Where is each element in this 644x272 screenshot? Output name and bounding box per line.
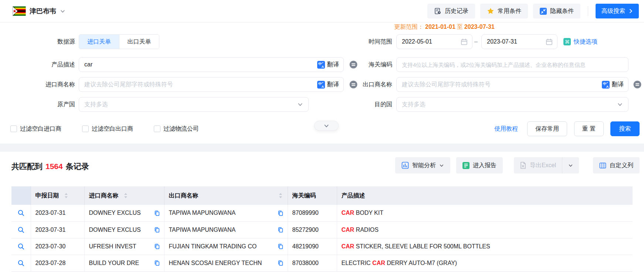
translate-button[interactable]: 中 A 翻译	[602, 81, 624, 89]
export-options-button[interactable]	[562, 157, 579, 173]
keyword-highlight: CAR	[342, 243, 355, 249]
cell-hs-code: 87089990	[288, 205, 337, 221]
tutorial-link[interactable]: 使用教程	[494, 121, 518, 136]
history-button[interactable]: 历史记录	[427, 4, 475, 18]
tab-export-declarations[interactable]: 出口关单	[119, 35, 159, 49]
date-start-input[interactable]: 2022-05-01	[396, 34, 472, 49]
copy-button[interactable]	[153, 259, 161, 267]
copy-button[interactable]	[153, 226, 161, 234]
destination-country-select[interactable]: 支持多选	[396, 97, 628, 112]
summary-suffix: 条记录	[66, 162, 89, 171]
advanced-search-button[interactable]: 高级搜索	[596, 4, 639, 18]
destination-country-placeholder: 支持多选	[402, 101, 426, 109]
table-header-row: 申报日期 进口商名称 出口商名称 海关编码 产品描述	[11, 186, 633, 205]
copy-button[interactable]	[277, 209, 284, 217]
copy-button[interactable]	[153, 243, 161, 250]
translate-icon: 中 A	[602, 81, 610, 89]
quick-options-link[interactable]: ⌘ 快捷选项	[563, 34, 597, 49]
magnifier-icon	[17, 209, 25, 217]
magnifier-icon	[17, 259, 25, 267]
smart-analysis-button[interactable]: 智能分析	[395, 157, 450, 173]
exact-match-toggle-icon[interactable]	[633, 80, 642, 89]
section-divider	[0, 144, 644, 152]
cell-hs-code: 85272900	[288, 221, 337, 238]
calendar-icon	[461, 38, 468, 45]
filter-logistics-label: 过滤物流公司	[163, 125, 199, 133]
enter-report-label: 进入报告	[473, 162, 496, 169]
view-detail-button[interactable]	[17, 243, 25, 250]
chevron-down-icon	[297, 101, 303, 107]
update-range: 更新范围：2021-01-01至2023-07-31	[394, 23, 496, 31]
custom-columns-button[interactable]: 自定义列	[593, 157, 640, 173]
copy-icon	[277, 243, 284, 249]
filter-blank-exporter[interactable]: 过滤空白出口商	[82, 125, 133, 133]
collapse-form-button[interactable]	[314, 121, 339, 131]
save-conditions-button[interactable]: 保存常用	[527, 121, 567, 136]
exporter-input[interactable]	[402, 81, 602, 88]
cell-date: 2023-07-30	[31, 238, 84, 255]
topbar-actions: 历史记录 常用条件 隐藏条件 高级搜索	[427, 4, 639, 18]
table-row: 2023-07-31 DOWNEY EXCLUS TAPIWA MAPUNGWA…	[11, 221, 633, 238]
product-desc-field: 中 A 翻译	[79, 57, 344, 72]
view-detail-button[interactable]	[17, 209, 25, 217]
results-toolbar: 智能分析 进入报告 导出Excel	[395, 157, 640, 173]
reset-button[interactable]: 重 置	[574, 121, 604, 136]
copy-button[interactable]	[153, 209, 161, 217]
search-form: 更新范围：2021-01-01至2023-07-31 数据源 进口关单 出口关单…	[0, 23, 644, 144]
chevron-down-icon	[323, 123, 329, 129]
keyword-highlight: CAR	[342, 227, 355, 233]
smart-analysis-label: 智能分析	[412, 162, 436, 169]
importer-input[interactable]	[84, 81, 317, 88]
header-importer[interactable]: 进口商名称	[84, 186, 164, 205]
destination-country-label: 目的国	[322, 97, 392, 112]
favorites-button[interactable]: 常用条件	[480, 4, 528, 18]
header-declaration-date[interactable]: 申报日期	[31, 186, 84, 205]
copy-button[interactable]	[277, 259, 284, 267]
collapse-icon	[540, 8, 547, 15]
header-label: 申报日期	[35, 192, 59, 200]
cell-product-desc: ELECTRIC CAR DERRY AUTO-M7 (GRAY)	[337, 255, 633, 271]
date-range-separator: –	[474, 34, 478, 49]
copy-button[interactable]	[277, 226, 284, 234]
cell-search	[11, 238, 31, 255]
custom-columns-label: 自定义列	[610, 162, 633, 169]
copy-icon	[154, 227, 160, 233]
filter-blank-importer[interactable]: 过滤空白进口商	[10, 125, 61, 133]
country-selector[interactable]: 津巴布韦	[13, 6, 65, 16]
header-exporter[interactable]: 出口商名称	[164, 186, 288, 205]
chevron-right-icon	[628, 8, 633, 14]
view-detail-button[interactable]	[17, 259, 25, 267]
hide-conditions-button[interactable]: 隐藏条件	[533, 4, 580, 18]
filter-logistics[interactable]: 过滤物流公司	[154, 125, 199, 133]
date-end-value: 2023-07-31	[487, 38, 517, 45]
svg-text:⌘: ⌘	[565, 39, 570, 45]
cell-importer: UFRESH INVEST	[84, 238, 164, 255]
enter-report-button[interactable]: 进入报告	[456, 157, 503, 173]
copy-icon	[154, 260, 160, 266]
copy-icon	[154, 243, 160, 249]
update-range-to: 至	[457, 24, 463, 30]
results-count: 1564	[45, 162, 63, 171]
zimbabwe-flag-icon	[13, 6, 26, 16]
cell-date: 2023-07-31	[31, 205, 84, 221]
history-icon	[434, 7, 441, 15]
view-detail-button[interactable]	[17, 226, 25, 234]
table-row: 2023-07-31 DOWNEY EXCLUS TAPIWA MAPUNGWA…	[11, 205, 633, 221]
hs-code-input[interactable]	[402, 62, 624, 68]
tab-import-declarations[interactable]: 进口关单	[79, 35, 119, 49]
product-desc-input[interactable]	[84, 61, 317, 68]
header-label: 出口商名称	[169, 192, 199, 200]
results-section: 共匹配到1564条记录 智能分析 进入报告	[0, 152, 644, 272]
star-icon	[487, 7, 494, 15]
search-button[interactable]: 搜索	[610, 121, 640, 136]
data-source-tabs: 进口关单 出口关单	[79, 34, 159, 49]
date-end-input[interactable]: 2023-07-31	[481, 34, 557, 49]
origin-country-select[interactable]: 支持多选	[79, 97, 309, 112]
copy-icon	[154, 210, 160, 216]
report-icon	[462, 162, 470, 169]
cell-importer: DOWNEY EXCLUS	[84, 205, 164, 221]
cell-product-desc: CAR BODY KIT	[337, 205, 633, 221]
copy-button[interactable]	[277, 243, 284, 250]
cell-date: 2023-07-31	[31, 221, 84, 238]
cell-importer: BUILD YOUR DRE	[84, 255, 164, 271]
